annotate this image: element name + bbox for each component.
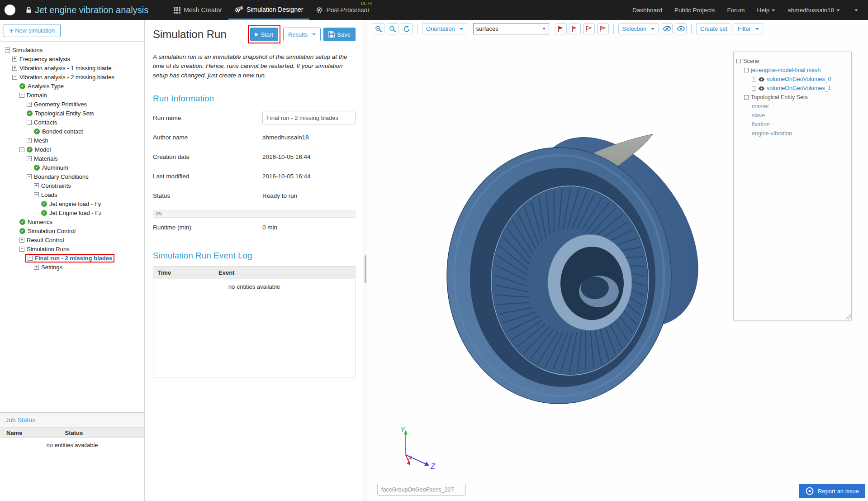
expand-icon[interactable]: + bbox=[34, 183, 39, 188]
tree-item-label: Frequency analysis bbox=[19, 56, 70, 62]
expand-icon[interactable]: + bbox=[12, 57, 17, 62]
tree-item-frequency-analysis[interactable]: +Frequency analysis bbox=[0, 54, 144, 63]
expand-icon[interactable]: + bbox=[12, 66, 17, 71]
vertex-flag-button[interactable] bbox=[597, 23, 609, 34]
collapse-icon[interactable]: − bbox=[27, 120, 32, 125]
tree-item-mesh[interactable]: +Mesh bbox=[0, 136, 144, 145]
collapse-icon[interactable]: − bbox=[19, 93, 24, 98]
tree-item-content: +Geometry Primitives bbox=[25, 100, 88, 108]
app-logo[interactable] bbox=[0, 0, 20, 20]
tree-item-simulation-control[interactable]: ✓Simulation Control bbox=[0, 226, 144, 235]
tree-item-simulation-runs[interactable]: −Simulation Runs bbox=[0, 244, 144, 253]
expand-icon[interactable]: + bbox=[752, 77, 756, 81]
scene-tree-item-slave[interactable]: slave bbox=[734, 111, 851, 120]
expand-icon[interactable]: + bbox=[27, 138, 32, 143]
tree-item-model[interactable]: −✓Model bbox=[0, 145, 144, 154]
collapse-icon[interactable]: − bbox=[27, 156, 32, 161]
tree-item-analysis-type[interactable]: ✓Analysis Type bbox=[0, 81, 144, 91]
edge-flag-button[interactable] bbox=[583, 23, 595, 34]
gear-icon bbox=[316, 6, 323, 14]
tree-item-numerics[interactable]: ✓Numerics bbox=[0, 217, 144, 226]
tree-item-label: Model bbox=[35, 146, 51, 153]
scene-tree-item-engine-vibration[interactable]: engine-vibration bbox=[734, 129, 851, 138]
collapse-icon[interactable]: − bbox=[19, 247, 24, 252]
scene-tree-item-volumeongeovolumes-1[interactable]: +volumeOnGeoVolumes_1 bbox=[734, 84, 851, 93]
zoom-fit-button[interactable] bbox=[387, 23, 398, 34]
tree-item-boundary-conditions[interactable]: −Boundary Conditions bbox=[0, 172, 144, 181]
tree-item-jet-engine-load-fz[interactable]: ✓Jet Engine load - Fz bbox=[0, 208, 144, 217]
resize-handle-icon[interactable] bbox=[845, 314, 851, 320]
nav-help-menu[interactable]: Help bbox=[757, 7, 775, 14]
nav-dashboard[interactable]: Dashboard bbox=[632, 7, 662, 14]
tree-item-geometry-primitives[interactable]: +Geometry Primitives bbox=[0, 100, 144, 109]
orientation-dropdown-button[interactable]: Orientation bbox=[422, 23, 467, 34]
collapse-icon[interactable]: − bbox=[12, 75, 17, 80]
results-dropdown-button[interactable]: Results bbox=[283, 28, 321, 41]
run-name-input[interactable] bbox=[262, 111, 356, 124]
tree-item-final-run-2-missing-blades[interactable]: −Final run - 2 missing blades bbox=[0, 253, 144, 262]
collapse-icon[interactable]: − bbox=[5, 48, 10, 52]
tree-item-settings[interactable]: +Settings bbox=[0, 262, 144, 272]
nav-public-projects[interactable]: Public Projects bbox=[674, 7, 715, 14]
tree-item-domain[interactable]: −Domain bbox=[0, 91, 144, 100]
scene-tree-item-scene[interactable]: −Scene bbox=[734, 57, 851, 66]
nav-forum[interactable]: Forum bbox=[727, 7, 745, 14]
expand-icon[interactable]: + bbox=[752, 86, 756, 91]
tree-item-constraints[interactable]: +Constraints bbox=[0, 181, 144, 190]
viewport-3d[interactable]: Orientation surfaces ▼ bbox=[367, 20, 868, 501]
collapse-icon[interactable]: − bbox=[19, 147, 24, 152]
scene-tree-item-master[interactable]: master bbox=[734, 102, 851, 111]
tab-mesh-creator[interactable]: Mesh Creator bbox=[167, 0, 228, 20]
tree-item-aluminum[interactable]: ✓Aluminum bbox=[0, 163, 144, 172]
hide-selection-button[interactable] bbox=[661, 23, 673, 34]
expand-icon[interactable]: + bbox=[27, 102, 32, 107]
report-issue-button[interactable]: Report an issue bbox=[799, 484, 865, 498]
collapse-icon[interactable]: − bbox=[744, 68, 749, 72]
start-run-button[interactable]: ▶ Start bbox=[250, 28, 278, 41]
viewport-toolbar: Orientation surfaces ▼ bbox=[373, 23, 868, 34]
expand-icon[interactable]: + bbox=[34, 265, 39, 270]
scene-tree-item-fixation[interactable]: fixation bbox=[734, 120, 851, 129]
eye-icon[interactable] bbox=[759, 86, 764, 91]
scene-tree-item-jet-engine-model-final-mesh[interactable]: −jet-engine-model-final mesh bbox=[734, 66, 851, 75]
scene-tree-item-volumeongeovolumes-0[interactable]: +volumeOnGeoVolumes_0 bbox=[734, 75, 851, 84]
collapse-icon[interactable]: − bbox=[28, 256, 33, 261]
zoom-in-button[interactable] bbox=[373, 23, 384, 34]
new-simulation-button[interactable]: + New simulation bbox=[4, 24, 61, 37]
refresh-view-button[interactable] bbox=[401, 23, 413, 34]
tree-item-result-control[interactable]: +Result Control bbox=[0, 235, 144, 244]
collapse-icon[interactable]: − bbox=[744, 95, 749, 100]
tree-item-vibration-analysis-2-missing-blades[interactable]: −Vibration analysis - 2 missing blades bbox=[0, 72, 144, 81]
collapse-icon[interactable]: − bbox=[27, 174, 32, 179]
nav-extra-menu[interactable] bbox=[852, 7, 858, 14]
create-set-button[interactable]: Create set bbox=[696, 23, 731, 34]
collapse-icon[interactable]: − bbox=[736, 59, 741, 63]
tree-item-simulations[interactable]: −Simulations bbox=[0, 45, 144, 54]
splitter-handle[interactable] bbox=[365, 255, 366, 283]
tab-post-processor[interactable]: BETA Post-Processor bbox=[309, 0, 376, 20]
tree-item-loads[interactable]: −Loads bbox=[0, 190, 144, 199]
eye-icon[interactable] bbox=[759, 77, 764, 81]
selection-dropdown-button[interactable]: Selection bbox=[618, 23, 659, 34]
tree-item-contacts[interactable]: −Contacts bbox=[0, 118, 144, 127]
render-mode-select[interactable]: surfaces ▼ bbox=[473, 23, 549, 34]
save-button[interactable]: Save bbox=[323, 28, 356, 41]
axis-x-label: X bbox=[408, 454, 413, 462]
volume-flag-button[interactable] bbox=[555, 23, 567, 34]
tree-item-topological-entity-sets[interactable]: ✓Topological Entity Sets bbox=[0, 109, 144, 118]
expand-icon[interactable]: + bbox=[19, 238, 24, 243]
job-status-section: Job Status Name Status no entities avail… bbox=[0, 412, 144, 501]
tree-item-jet-engine-load-fy[interactable]: ✓Jet engine load - Fy bbox=[0, 199, 144, 208]
show-selection-button[interactable] bbox=[675, 23, 687, 34]
tree-item-vibration-analysis-1-missing-blade[interactable]: +Vibration analysis - 1 missing blade bbox=[0, 63, 144, 72]
panel-splitter[interactable] bbox=[364, 20, 367, 501]
check-icon: ✓ bbox=[34, 165, 40, 171]
nav-user-menu[interactable]: ahmedhussain18 bbox=[787, 7, 840, 14]
tree-item-materials[interactable]: −Materials bbox=[0, 154, 144, 163]
collapse-icon[interactable]: − bbox=[34, 192, 39, 197]
tab-simulation-designer[interactable]: Simulation Designer bbox=[228, 0, 309, 20]
tree-item-bonded-contact[interactable]: ✓Bonded contact bbox=[0, 127, 144, 136]
filter-dropdown-button[interactable]: Filter bbox=[734, 23, 763, 34]
surface-flag-button[interactable] bbox=[569, 23, 581, 34]
scene-tree-item-topological-entity-sets[interactable]: −Topological Entity Sets bbox=[734, 93, 851, 102]
